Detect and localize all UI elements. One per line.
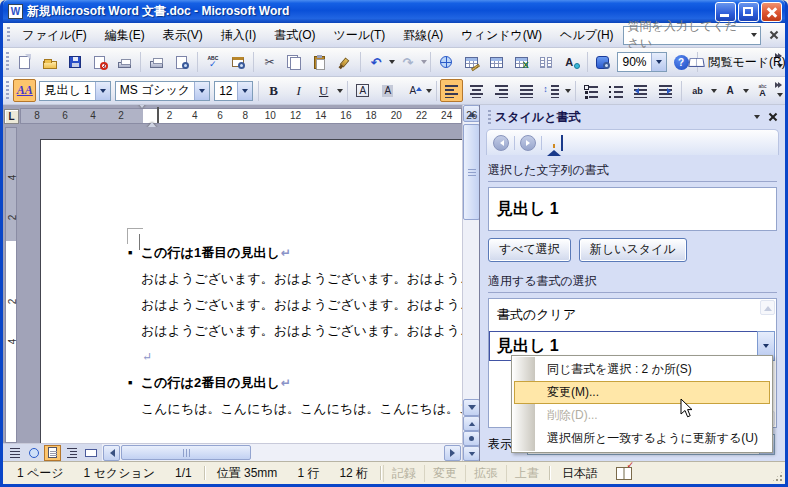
language-indicator[interactable]: 日本語 bbox=[552, 465, 608, 482]
menu-item[interactable]: ファイル(F) bbox=[13, 23, 95, 47]
undo-button[interactable]: ↶ bbox=[365, 51, 388, 74]
reading-layout-view-button[interactable] bbox=[82, 445, 99, 461]
insert-excel-worksheet-button[interactable]: X bbox=[510, 51, 533, 74]
spelling-button[interactable]: ABC✓ bbox=[201, 51, 224, 74]
reading-mode-button[interactable]: 閲覧モード(R) bbox=[701, 51, 774, 74]
underline-dropdown-icon[interactable] bbox=[336, 79, 343, 102]
undo-dropdown-icon[interactable] bbox=[389, 51, 396, 74]
menubar-drag-handle[interactable] bbox=[6, 27, 10, 44]
context-menu-item[interactable]: 変更(M)... bbox=[514, 381, 770, 404]
insert-hyperlink-button[interactable] bbox=[435, 51, 458, 74]
enclose-character-button[interactable]: A bbox=[351, 79, 374, 102]
vertical-ruler[interactable]: 4 2 2 4 bbox=[3, 127, 20, 443]
italic-button[interactable]: I bbox=[287, 79, 310, 102]
highlight-button[interactable]: ab bbox=[686, 79, 709, 102]
format-painter-button[interactable] bbox=[333, 51, 356, 74]
new-document-button[interactable] bbox=[13, 51, 36, 74]
styles-and-formatting-button[interactable]: AA bbox=[13, 79, 36, 102]
menu-item[interactable]: ヘルプ(H) bbox=[551, 23, 623, 47]
zoom-combo[interactable]: 90% bbox=[617, 52, 666, 72]
scroll-left-icon[interactable] bbox=[103, 445, 120, 461]
mode-toggle[interactable]: 記録 bbox=[383, 465, 424, 482]
horizontal-scroll-thumb[interactable] bbox=[121, 445, 251, 460]
new-style-button[interactable]: 新しいスタイル bbox=[579, 238, 687, 262]
heading-line[interactable]: ■この行は1番目の見出し↵ bbox=[141, 240, 462, 266]
open-button[interactable] bbox=[38, 51, 61, 74]
tab-selector[interactable]: L bbox=[3, 105, 20, 127]
home-icon[interactable] bbox=[547, 136, 561, 149]
decrease-indent-button[interactable] bbox=[629, 79, 652, 102]
body-text-line[interactable]: おはようございます。おはようございます。おはようございます。 bbox=[141, 318, 462, 344]
web-layout-view-button[interactable] bbox=[25, 445, 42, 461]
menu-item[interactable]: ツール(T) bbox=[324, 23, 394, 47]
previous-page-icon[interactable] bbox=[463, 416, 480, 431]
bold-button[interactable]: B bbox=[262, 79, 285, 102]
print-layout-view-button[interactable] bbox=[44, 445, 61, 461]
tables-and-borders-button[interactable] bbox=[460, 51, 483, 74]
clear-formatting-item[interactable]: 書式のクリア bbox=[489, 299, 776, 331]
context-menu-item[interactable]: 選択個所と一致するように更新する(U) bbox=[514, 427, 770, 450]
style-combo[interactable]: 見出し 1 bbox=[39, 81, 110, 101]
taskpane-drag-handle[interactable] bbox=[487, 110, 492, 124]
toolbar-drag-handle[interactable] bbox=[6, 52, 9, 72]
character-scaling-button[interactable]: A bbox=[401, 79, 424, 102]
font-combo[interactable]: MS ゴシック bbox=[115, 81, 210, 101]
increase-indent-button[interactable] bbox=[654, 79, 677, 102]
highlight-dropdown-icon[interactable] bbox=[710, 79, 717, 102]
redo-button[interactable]: ↷ bbox=[396, 51, 419, 74]
bullets-button[interactable] bbox=[604, 79, 627, 102]
cut-button[interactable]: ✂ bbox=[258, 51, 281, 74]
research-button[interactable] bbox=[226, 51, 249, 74]
copy-button[interactable] bbox=[283, 51, 306, 74]
font-dropdown-icon[interactable] bbox=[194, 82, 209, 100]
body-text-line[interactable]: おはようございます。おはようございます。おはようございます。 bbox=[141, 292, 462, 318]
save-button[interactable] bbox=[63, 51, 86, 74]
font-size-combo[interactable]: 12 bbox=[214, 81, 252, 101]
back-icon[interactable] bbox=[493, 135, 509, 151]
columns-button[interactable] bbox=[535, 51, 558, 74]
style-dropdown-icon[interactable] bbox=[95, 82, 110, 100]
font-size-dropdown-icon[interactable] bbox=[237, 82, 252, 100]
horizontal-ruler[interactable]: 8642 2468101214161820222426 bbox=[20, 105, 462, 127]
indent-markers[interactable] bbox=[137, 108, 149, 122]
word-app-icon[interactable]: W bbox=[8, 4, 23, 19]
close-button[interactable] bbox=[761, 2, 782, 22]
menu-item[interactable]: ウィンドウ(W) bbox=[452, 23, 551, 47]
select-browse-object-icon[interactable] bbox=[463, 431, 480, 446]
redo-dropdown-icon[interactable] bbox=[420, 51, 427, 74]
permission-button[interactable] bbox=[88, 51, 111, 74]
paste-button[interactable] bbox=[308, 51, 331, 74]
insert-table-button[interactable] bbox=[485, 51, 508, 74]
question-dropdown-icon[interactable] bbox=[749, 27, 761, 44]
horizontal-scrollbar[interactable] bbox=[102, 444, 462, 461]
empty-line[interactable]: ↵ bbox=[141, 344, 462, 370]
menu-item[interactable]: 罫線(A) bbox=[394, 23, 452, 47]
toolbar-options-icon2[interactable] bbox=[775, 79, 785, 102]
heading-line[interactable]: ■この行は2番目の見出し↵ bbox=[141, 370, 462, 396]
vertical-scrollbar[interactable] bbox=[462, 105, 479, 461]
menubar-close-icon[interactable] bbox=[765, 26, 781, 44]
font-color-button[interactable]: A bbox=[719, 79, 742, 102]
character-shading-button[interactable]: A bbox=[376, 79, 399, 102]
numbering-button[interactable] bbox=[579, 79, 602, 102]
select-all-button[interactable]: すべて選択 bbox=[488, 238, 571, 262]
document-page[interactable]: ■この行は1番目の見出し↵ おはようございます。おはようございます。おはようござ… bbox=[40, 139, 462, 443]
normal-view-button[interactable] bbox=[6, 445, 23, 461]
ruby-button[interactable]: abcA bbox=[751, 79, 774, 102]
font-color-dropdown-icon[interactable] bbox=[743, 79, 750, 102]
distribute-button[interactable] bbox=[515, 79, 538, 102]
underline-button[interactable]: U bbox=[312, 79, 335, 102]
list-scroll-up-icon[interactable] bbox=[760, 300, 775, 315]
mode-toggle[interactable]: 拡張 bbox=[465, 465, 506, 482]
menu-item[interactable]: 表示(V) bbox=[154, 23, 212, 47]
question-input[interactable]: 質問を入力してください bbox=[623, 26, 762, 45]
resize-grip[interactable] bbox=[771, 470, 784, 483]
print-button[interactable] bbox=[145, 51, 168, 74]
line-spacing-button[interactable]: ↕ bbox=[540, 79, 563, 102]
toolbar-drag-handle2[interactable] bbox=[6, 81, 9, 100]
body-text-line[interactable]: こんにちは。こんにちは。こんにちは。こんにちは。こんにちは。 bbox=[141, 396, 462, 422]
document-map-button[interactable] bbox=[591, 51, 614, 74]
context-menu-item[interactable]: 削除(D)... bbox=[514, 404, 770, 427]
document-canvas[interactable]: ■この行は1番目の見出し↵ おはようございます。おはようございます。おはようござ… bbox=[20, 127, 462, 443]
outline-view-button[interactable] bbox=[63, 445, 80, 461]
